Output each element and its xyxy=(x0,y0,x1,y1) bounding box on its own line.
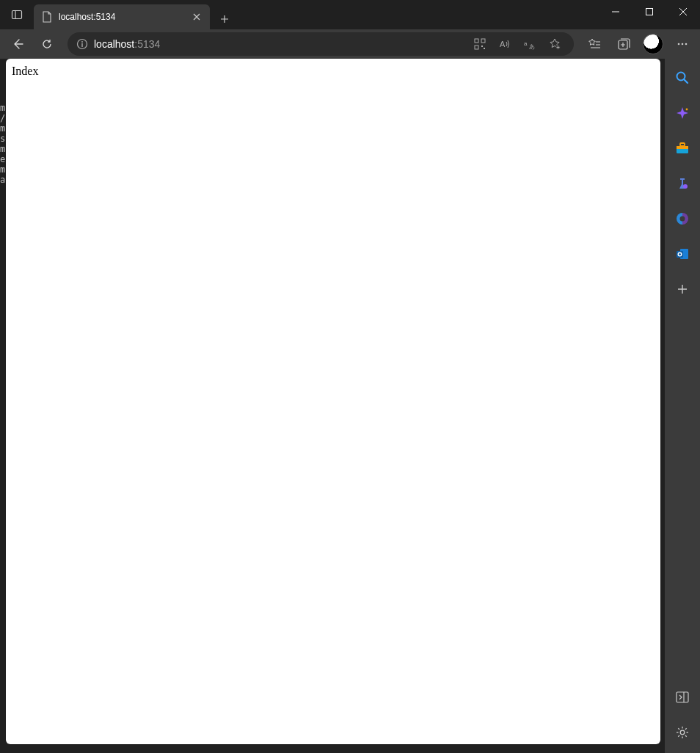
tab-close-button[interactable] xyxy=(191,11,203,23)
tab-actions-icon xyxy=(11,9,23,21)
svg-rect-8 xyxy=(481,39,485,43)
svg-point-25 xyxy=(686,109,688,111)
tab-actions-button[interactable] xyxy=(0,9,34,21)
edge-sidebar xyxy=(665,59,700,753)
svg-rect-6 xyxy=(81,43,82,47)
minimize-button[interactable] xyxy=(599,0,632,23)
svg-text:a: a xyxy=(524,40,528,47)
svg-line-42 xyxy=(685,735,687,737)
window-title-bar: localhost:5134 xyxy=(0,0,700,29)
svg-rect-10 xyxy=(481,46,483,47)
svg-line-43 xyxy=(678,735,679,737)
qr-code-button[interactable] xyxy=(470,32,490,56)
close-window-button[interactable] xyxy=(666,0,700,23)
sidebar-office-button[interactable] xyxy=(668,205,697,232)
sidebar-collapse-button[interactable] xyxy=(668,684,697,710)
sidebar-settings-button[interactable] xyxy=(668,719,697,746)
svg-point-36 xyxy=(680,730,685,735)
star-lines-icon xyxy=(588,37,601,51)
site-info-button[interactable] xyxy=(76,38,88,50)
svg-rect-9 xyxy=(475,46,478,49)
qr-icon xyxy=(474,38,486,50)
close-icon xyxy=(193,13,200,21)
svg-point-21 xyxy=(682,43,684,46)
close-icon xyxy=(679,8,687,15)
svg-rect-28 xyxy=(680,143,685,146)
plus-icon xyxy=(677,283,688,295)
sidebar-outlook-button[interactable] xyxy=(668,241,697,267)
avatar-icon xyxy=(643,34,663,54)
refresh-button[interactable] xyxy=(34,32,60,56)
svg-text:A: A xyxy=(500,40,506,48)
svg-point-5 xyxy=(81,41,83,43)
sidebar-add-button[interactable] xyxy=(668,276,697,302)
office-icon xyxy=(675,211,690,226)
games-icon xyxy=(675,176,690,191)
background-text: m / m s m e m a xyxy=(0,103,5,185)
sparkle-icon xyxy=(675,106,690,120)
sidebar-tools-button[interactable] xyxy=(668,135,697,161)
svg-point-22 xyxy=(685,43,688,46)
svg-rect-7 xyxy=(475,39,478,43)
refresh-icon xyxy=(41,38,53,50)
address-bar[interactable]: localhost:5134 A xyxy=(68,32,574,56)
translate-button[interactable]: a あ xyxy=(519,32,540,56)
plus-icon xyxy=(220,15,229,23)
collections-button[interactable] xyxy=(610,32,637,56)
svg-line-41 xyxy=(678,728,679,730)
profile-button[interactable] xyxy=(640,32,666,56)
gear-icon xyxy=(676,726,689,739)
arrow-left-icon xyxy=(12,38,23,50)
sidebar-search-button[interactable] xyxy=(668,65,697,91)
maximize-button[interactable] xyxy=(632,0,666,23)
sidebar-games-button[interactable] xyxy=(668,170,697,197)
navigation-toolbar: localhost:5134 A xyxy=(0,29,700,59)
back-button[interactable] xyxy=(4,32,31,56)
page-viewport: Index xyxy=(6,59,660,744)
maximize-icon xyxy=(646,8,653,15)
read-aloud-button[interactable]: A xyxy=(495,32,515,56)
browser-tab[interactable]: localhost:5134 xyxy=(34,4,210,29)
toolbox-icon xyxy=(675,142,690,155)
address-host: localhost xyxy=(94,38,134,50)
dots-icon xyxy=(677,38,688,50)
translate-icon: a あ xyxy=(524,38,536,50)
svg-text:あ: あ xyxy=(529,43,535,50)
tab-title: localhost:5134 xyxy=(59,12,185,22)
sidebar-discover-button[interactable] xyxy=(668,100,697,126)
collections-icon xyxy=(617,37,630,51)
page-icon xyxy=(41,11,53,23)
address-text: localhost:5134 xyxy=(94,38,464,50)
svg-line-44 xyxy=(685,728,687,730)
svg-rect-3 xyxy=(646,9,653,15)
minimize-icon xyxy=(612,8,619,15)
panel-collapse-icon xyxy=(676,691,689,703)
page-body-text: Index xyxy=(6,59,660,84)
search-icon xyxy=(675,70,690,85)
outlook-icon xyxy=(675,247,690,261)
window-controls xyxy=(599,0,700,23)
svg-rect-32 xyxy=(677,251,683,258)
read-aloud-icon: A xyxy=(499,38,511,50)
address-actions: A a あ xyxy=(470,32,565,56)
svg-rect-11 xyxy=(484,48,485,49)
address-port: :5134 xyxy=(134,38,160,50)
add-favorite-button[interactable] xyxy=(544,32,565,56)
svg-rect-0 xyxy=(12,11,22,19)
svg-point-20 xyxy=(678,43,680,46)
svg-rect-34 xyxy=(677,692,688,702)
svg-point-29 xyxy=(683,184,688,189)
svg-point-30 xyxy=(680,217,685,222)
new-tab-button[interactable] xyxy=(214,9,235,29)
info-icon xyxy=(76,38,88,50)
favorites-button[interactable] xyxy=(581,32,608,56)
star-plus-icon xyxy=(549,38,561,50)
tab-strip: localhost:5134 xyxy=(34,0,235,29)
more-options-button[interactable] xyxy=(669,32,696,56)
svg-line-24 xyxy=(685,80,688,84)
